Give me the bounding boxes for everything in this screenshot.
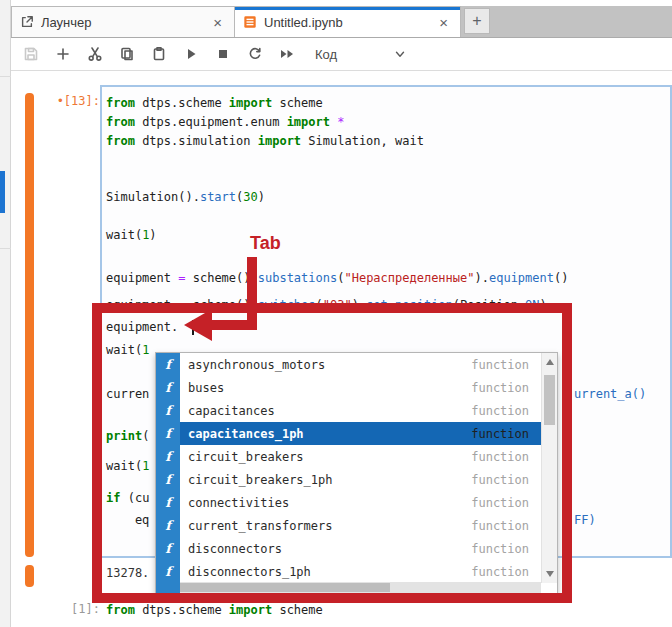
code-line: FF) bbox=[574, 512, 596, 528]
function-icon: f bbox=[156, 353, 180, 376]
sidebar-active-tab-indicator bbox=[0, 171, 5, 213]
sidebar-divider bbox=[0, 76, 11, 77]
copy-cells-button[interactable] bbox=[111, 41, 143, 67]
run-all-button[interactable] bbox=[271, 41, 303, 67]
code-line: from dtps.scheme import scheme bbox=[106, 602, 323, 618]
completion-name: connectivities bbox=[188, 496, 289, 510]
chevron-down-icon bbox=[393, 47, 407, 61]
save-button[interactable] bbox=[15, 41, 47, 67]
completion-type: function bbox=[471, 565, 529, 579]
function-icon: f bbox=[156, 468, 180, 491]
completion-type: function bbox=[471, 519, 529, 533]
completion-name: capacitances bbox=[188, 404, 275, 418]
active-tab-accent bbox=[235, 7, 460, 10]
jupyterlab-window: Лаунчер × Untitled.ipynb × + bbox=[0, 0, 672, 627]
cell-type-dropdown[interactable]: Код bbox=[315, 47, 407, 62]
notebook-content: •[13]: from dtps.scheme import schemefro… bbox=[11, 71, 672, 627]
tab-bar: Лаунчер × Untitled.ipynb × + bbox=[11, 6, 672, 38]
completion-type: function bbox=[471, 381, 529, 395]
interrupt-kernel-button[interactable] bbox=[207, 41, 239, 67]
completer-item[interactable]: connectivitiesfunction bbox=[180, 491, 541, 514]
tab-launcher-label: Лаунчер bbox=[41, 15, 209, 30]
completer-item[interactable]: disconnectorsfunction bbox=[180, 537, 541, 560]
code-line: equipment = scheme().switches("Q3").set_… bbox=[106, 297, 547, 313]
tab-notebook[interactable]: Untitled.ipynb × bbox=[235, 6, 461, 37]
annotation-arrow-shaft bbox=[209, 320, 257, 330]
execution-prompt: •[13]: bbox=[40, 94, 100, 108]
cell-input-collapser[interactable] bbox=[25, 93, 34, 557]
code-line: if (cu bbox=[106, 490, 149, 506]
code-line: Simulation().start(30) bbox=[106, 189, 265, 205]
completer-item[interactable]: busesfunction bbox=[180, 376, 541, 399]
restart-kernel-button[interactable] bbox=[239, 41, 271, 67]
new-tab-button[interactable]: + bbox=[464, 8, 490, 34]
completer-item[interactable]: disconnectors_1phfunction bbox=[180, 560, 541, 583]
cell-output-value: 13278. bbox=[106, 566, 149, 580]
completion-name: circuit_breakers bbox=[188, 450, 304, 464]
completer-item[interactable]: capacitancesfunction bbox=[180, 399, 541, 422]
function-icon: f bbox=[156, 376, 180, 399]
function-icon: f bbox=[156, 491, 180, 514]
execution-prompt-below: [1]: bbox=[40, 602, 100, 616]
completer-item[interactable]: current_transformersfunction bbox=[180, 514, 541, 537]
completion-name: buses bbox=[188, 381, 224, 395]
cell-output-collapser[interactable] bbox=[25, 565, 34, 587]
completion-name: disconnectors bbox=[188, 542, 282, 556]
completion-name: capacitances_1ph bbox=[188, 427, 304, 441]
hscrollbar-thumb[interactable] bbox=[180, 583, 390, 592]
code-line: eq bbox=[106, 512, 149, 528]
completion-type: function bbox=[471, 404, 529, 418]
close-icon[interactable]: × bbox=[209, 14, 226, 31]
completer-list: asynchronous_motorsfunctionbusesfunction… bbox=[180, 353, 541, 583]
completer-item[interactable]: capacitances_1phfunction bbox=[180, 422, 541, 445]
completer-item[interactable]: circuit_breakersfunction bbox=[180, 445, 541, 468]
code-line: equipment = scheme().substations("Нерасп… bbox=[106, 270, 568, 286]
external-link-icon bbox=[20, 15, 34, 29]
completer-dropdown: ffffffffff asynchronous_motorsfunctionbu… bbox=[155, 352, 558, 594]
completer-scrollbar[interactable] bbox=[541, 353, 557, 583]
close-icon[interactable]: × bbox=[435, 14, 452, 31]
code-line: from dtps.simulation import Simulation, … bbox=[106, 133, 424, 149]
scrollbar-thumb[interactable] bbox=[544, 375, 555, 425]
scroll-up-icon[interactable] bbox=[546, 359, 554, 365]
code-line: print( bbox=[106, 428, 149, 444]
function-icon: f bbox=[156, 514, 180, 537]
left-sidebar-strip[interactable] bbox=[0, 0, 11, 627]
function-icon: f bbox=[156, 560, 180, 583]
cut-cells-button[interactable] bbox=[79, 41, 111, 67]
annotation-arrow-line bbox=[247, 257, 257, 326]
code-line: wait(1 bbox=[106, 458, 149, 474]
completion-type: function bbox=[471, 450, 529, 464]
completer-icon-column: ffffffffff bbox=[156, 353, 180, 593]
completion-name: asynchronous_motors bbox=[188, 358, 325, 372]
tab-launcher[interactable]: Лаунчер × bbox=[11, 6, 235, 37]
completion-type: function bbox=[471, 427, 529, 441]
completion-type: function bbox=[471, 473, 529, 487]
annotation-tab-label: Tab bbox=[250, 233, 281, 254]
completer-item[interactable]: asynchronous_motorsfunction bbox=[180, 353, 541, 376]
completer-item[interactable]: circuit_breakers_1phfunction bbox=[180, 468, 541, 491]
paste-cells-button[interactable] bbox=[143, 41, 175, 67]
cell-type-value: Код bbox=[315, 47, 337, 62]
function-icon: f bbox=[156, 537, 180, 560]
notebook-icon bbox=[243, 15, 257, 29]
completion-type: function bbox=[471, 542, 529, 556]
code-line: from dtps.equipment.enum import * bbox=[106, 114, 344, 130]
annotation-arrowhead-icon bbox=[184, 309, 212, 341]
completion-name: circuit_breakers_1ph bbox=[188, 473, 333, 487]
notebook-toolbar: Код bbox=[11, 38, 672, 71]
scroll-down-icon[interactable] bbox=[546, 571, 554, 577]
code-line: equipment. bbox=[106, 319, 178, 335]
add-cell-button[interactable] bbox=[47, 41, 79, 67]
completer-hscrollbar[interactable] bbox=[180, 582, 541, 593]
code-line: from dtps.scheme import scheme bbox=[106, 95, 323, 111]
sidebar-divider bbox=[0, 248, 11, 249]
code-line: wait(1) bbox=[106, 227, 157, 243]
function-icon: f bbox=[156, 422, 180, 445]
tab-notebook-label: Untitled.ipynb bbox=[264, 15, 435, 30]
function-icon: f bbox=[156, 445, 180, 468]
code-line: urrent_a() bbox=[574, 386, 646, 402]
completion-name: disconnectors_1ph bbox=[188, 565, 311, 579]
code-line: wait(1 bbox=[106, 342, 149, 358]
run-button[interactable] bbox=[175, 41, 207, 67]
